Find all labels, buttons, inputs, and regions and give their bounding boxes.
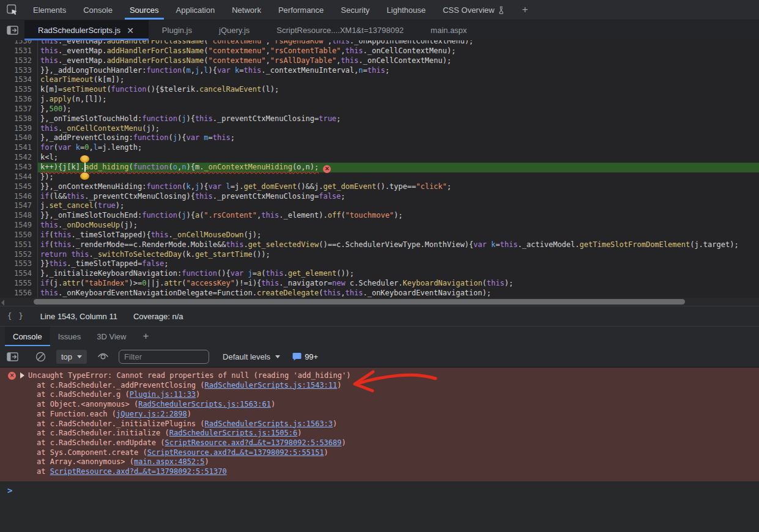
code-line[interactable]: this._onDocMouseUp(j); xyxy=(40,221,759,231)
javascript-context-dropdown[interactable]: top xyxy=(56,350,87,364)
panel-tab-lighthouse[interactable]: Lighthouse xyxy=(378,0,434,20)
create-live-expression-button[interactable] xyxy=(95,353,110,361)
line-number[interactable]: 1554 xyxy=(0,269,32,279)
stack-source-link[interactable]: jQuery.js:2:2898 xyxy=(116,410,187,418)
line-number[interactable]: 1541 xyxy=(0,143,32,153)
file-tab-plugin-js[interactable]: Plugin.js xyxy=(149,20,205,40)
file-tab-scriptresource-xm1-t-13798092[interactable]: ScriptResource....XM1&t=13798092 xyxy=(263,20,417,40)
drawer-tab-3d-view[interactable]: 3D View xyxy=(89,327,134,346)
panel-tab-sources[interactable]: Sources xyxy=(121,0,168,20)
code-line[interactable]: if(l&&this._preventCtxMenuClosing){this.… xyxy=(40,192,759,202)
code-line[interactable]: },_addPreventClosing:function(j){var m=t… xyxy=(40,133,759,143)
code-line[interactable]: if(this._timeSlotTapped){this._onCellMou… xyxy=(40,231,759,240)
scrollbar-thumb[interactable] xyxy=(34,299,685,305)
panel-tab-application[interactable]: Application xyxy=(168,0,224,20)
panel-tab-css-overview[interactable]: CSS Overview xyxy=(434,0,514,20)
code-line[interactable]: },500); xyxy=(40,105,759,114)
line-number[interactable]: 1546 xyxy=(0,192,32,202)
code-line[interactable]: this._eventMap.addHandlerForClassName("c… xyxy=(40,40,759,46)
drawer-tab-console[interactable]: Console xyxy=(5,327,50,346)
line-number[interactable]: 1548 xyxy=(0,211,32,221)
line-number[interactable]: 1547 xyxy=(0,201,32,211)
file-tab-radschedulerscripts-js[interactable]: RadSchedulerScripts.js✕ xyxy=(24,20,149,40)
code-line[interactable]: if(this._renderMode==c.RenderMode.Mobile… xyxy=(40,240,759,250)
code-line[interactable]: if(j.attr("tabIndex")>=0||j.attr("access… xyxy=(40,279,759,289)
drawer-tab-issues[interactable]: Issues xyxy=(50,327,89,346)
console-prompt-row[interactable]: > xyxy=(0,481,759,496)
editor-horizontal-scrollbar[interactable] xyxy=(0,298,759,306)
stack-source-link[interactable]: ScriptResource.axd?d…&t=13798092:5:53689 xyxy=(165,438,342,447)
stack-source-link[interactable]: RadSchedulerScripts.js:1563:61 xyxy=(138,400,271,408)
line-number[interactable]: 1545 xyxy=(0,182,32,192)
line-number[interactable]: 1544 xyxy=(0,172,32,182)
panel-tab-performance[interactable]: Performance xyxy=(270,0,332,20)
clear-console-button[interactable] xyxy=(33,352,48,362)
line-number[interactable]: 1533 xyxy=(0,66,32,76)
code-line[interactable]: clearTimeout(k[m]); xyxy=(40,75,759,85)
line-number[interactable]: 1538 xyxy=(0,114,32,124)
add-drawer-tab-button[interactable]: + xyxy=(134,327,157,346)
code-line[interactable]: j.apply(n,[l]); xyxy=(40,95,759,105)
code-line[interactable]: k[m]=setTimeout(function(){$telerik.canc… xyxy=(40,85,759,95)
stack-source-link[interactable]: ScriptResource.axd?d…&t=13798092:5:55151 xyxy=(147,448,324,457)
line-number[interactable]: 1553 xyxy=(0,259,32,269)
code-editor[interactable]: 1530153115321533153415351536153715381539… xyxy=(0,40,759,306)
stack-source-link[interactable]: RadSchedulerScripts.js:1505:6 xyxy=(169,429,298,437)
code-line[interactable]: this._eventMap.addHandlerForClassName("c… xyxy=(40,56,759,66)
code-line[interactable]: }); xyxy=(40,172,759,182)
panel-tab-elements[interactable]: Elements xyxy=(24,0,75,20)
toggle-navigator-sidebar-button[interactable] xyxy=(0,20,24,40)
line-number-gutter[interactable]: 1530153115321533153415351536153715381539… xyxy=(0,40,38,306)
line-number[interactable]: 1549 xyxy=(0,221,32,231)
code-line[interactable]: for(var k=0,l=j.length; xyxy=(40,143,759,153)
line-number[interactable]: 1539 xyxy=(0,124,32,134)
stack-source-link[interactable]: RadSchedulerScripts.js:1563:3 xyxy=(205,419,333,428)
code-line[interactable]: j.set_cancel(true); xyxy=(40,201,759,211)
log-levels-dropdown[interactable]: Default levels xyxy=(223,352,280,361)
code-line[interactable]: },_initializeKeyboardNavigation:function… xyxy=(40,269,759,279)
stack-source-link[interactable]: ScriptResource.axd?d…&t=13798092:5:51370 xyxy=(50,467,227,476)
code-line[interactable]: }},_addLongTouchHandler:function(m,j,l){… xyxy=(40,66,759,76)
line-number[interactable]: 1537 xyxy=(0,105,32,114)
line-number[interactable]: 1555 xyxy=(0,279,32,289)
scroll-left-arrow-icon[interactable] xyxy=(1,300,4,306)
inspect-element-button[interactable] xyxy=(0,0,24,20)
code-line[interactable]: this._eventMap.addHandlerForClassName("c… xyxy=(40,46,759,56)
close-tab-icon[interactable]: ✕ xyxy=(125,25,135,36)
code-line[interactable]: this._onCellContextMenu(j); xyxy=(40,124,759,134)
stack-source-link[interactable]: main.aspx:4852:5 xyxy=(134,457,205,466)
panel-tab-console[interactable]: Console xyxy=(75,0,121,20)
line-number[interactable]: 1534 xyxy=(0,75,32,85)
line-number[interactable]: 1540 xyxy=(0,133,32,143)
line-number[interactable]: 1532 xyxy=(0,56,32,66)
file-tab-jquery-js[interactable]: jQuery.js xyxy=(205,20,263,40)
line-number[interactable]: 1535 xyxy=(0,85,32,95)
line-number[interactable]: 1536 xyxy=(0,95,32,105)
code-line[interactable]: },_onTimeSlotTouchHold:function(j){this.… xyxy=(40,114,759,124)
line-number[interactable]: 1531 xyxy=(0,46,32,56)
line-number[interactable]: 1550 xyxy=(0,231,32,240)
line-number[interactable]: 1543 xyxy=(0,163,32,172)
line-number[interactable]: 1556 xyxy=(0,289,32,298)
code-line[interactable]: return this._switchToSelectedDay(k.get_s… xyxy=(40,250,759,260)
code-line[interactable]: this._onKeyboardEventNavigationDelegate=… xyxy=(40,289,759,298)
code-line[interactable]: }}this._timeSlotTapped=false; xyxy=(40,259,759,269)
code-line[interactable]: }},_onTimeSlotTouchEnd:function(j){a(".r… xyxy=(40,211,759,221)
code-line[interactable]: k<l; xyxy=(40,153,759,163)
file-tab-main-aspx[interactable]: main.aspx xyxy=(417,20,480,40)
stack-source-link[interactable]: Plugin.js:11:33 xyxy=(130,390,196,399)
code-line[interactable]: }},_onContextMenuHiding:function(k,j){va… xyxy=(40,182,759,192)
expand-triangle-icon[interactable] xyxy=(20,372,28,379)
code-line[interactable]: k++){j[k].add_hiding(function(o,n){m._on… xyxy=(38,163,759,172)
pretty-print-icon[interactable]: { } xyxy=(7,312,24,320)
panel-tab-network[interactable]: Network xyxy=(223,0,270,20)
panel-tab-security[interactable]: Security xyxy=(332,0,378,20)
line-number[interactable]: 1542 xyxy=(0,153,32,163)
line-number[interactable]: 1530 xyxy=(0,40,32,46)
line-number[interactable]: 1552 xyxy=(0,250,32,260)
messages-count-badge[interactable]: 99+ xyxy=(292,352,318,361)
add-panel-tab-button[interactable]: + xyxy=(513,0,536,20)
stack-source-link[interactable]: RadSchedulerScripts.js:1543:11 xyxy=(205,381,338,390)
line-number[interactable]: 1551 xyxy=(0,240,32,250)
console-sidebar-toggle-button[interactable] xyxy=(0,352,24,361)
